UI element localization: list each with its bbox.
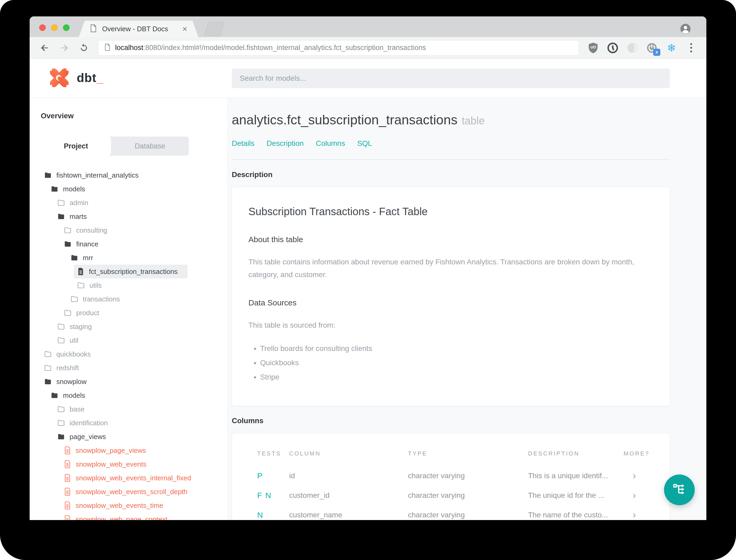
- tree-item-identification[interactable]: identification: [54, 416, 118, 430]
- search-bar: [232, 69, 670, 88]
- tree-item-snowplow_page_views[interactable]: snowplow_page_views: [61, 444, 156, 457]
- power-x-icon[interactable]: x: [646, 42, 658, 54]
- tree-item-util[interactable]: util: [54, 333, 88, 347]
- tab-database[interactable]: Database: [111, 137, 189, 156]
- tree-item-fct_subscription_transactions[interactable]: fct_subscription_transactions: [74, 265, 188, 278]
- lineage-graph-icon: [672, 482, 687, 497]
- opera-icon[interactable]: [626, 42, 638, 54]
- browser-profile-avatar[interactable]: [680, 23, 691, 34]
- anchor-link-columns[interactable]: Columns: [316, 139, 345, 148]
- tree-item-staging[interactable]: staging: [54, 320, 102, 333]
- url-bar[interactable]: localhost:8080/index.html#!/model/model.…: [98, 40, 579, 56]
- tree-item-redshift[interactable]: redshift: [41, 361, 89, 375]
- row-expand-chevron-icon[interactable]: ›: [624, 486, 645, 505]
- tree-item-label: consulting: [76, 226, 107, 234]
- zoom-window-button[interactable]: [63, 24, 70, 31]
- svg-text:uO: uO: [590, 45, 596, 49]
- power-x-badge: x: [653, 49, 660, 56]
- column-header-type: TYPE: [408, 450, 528, 466]
- window-controls: [39, 24, 70, 31]
- ublock-shield-icon[interactable]: uO: [587, 42, 599, 54]
- tree-item-snowplow_web_page_context[interactable]: snowplow_web_page_context: [61, 512, 178, 520]
- column-header-more: MORE?: [624, 450, 645, 466]
- row-expand-chevron-icon[interactable]: ›: [624, 466, 645, 486]
- tree-item-label: transactions: [83, 295, 120, 303]
- anchor-link-details[interactable]: Details: [232, 139, 255, 148]
- folder-open-icon: [57, 433, 65, 441]
- folder-closed-icon: [44, 364, 52, 372]
- tree-item-utils[interactable]: utils: [74, 278, 112, 292]
- back-icon[interactable]: [39, 42, 50, 53]
- onepassword-icon[interactable]: [607, 42, 618, 54]
- folder-open-icon: [64, 240, 72, 248]
- screenshot-frame: Overview - DBT Docs × loca: [0, 0, 736, 560]
- tab-project[interactable]: Project: [41, 137, 111, 156]
- tree-item-mrr[interactable]: mrr: [67, 251, 103, 265]
- divider: [232, 159, 670, 160]
- tree-item-label: snowplow_web_events_scroll_depth: [76, 488, 187, 496]
- anchor-link-description[interactable]: Description: [267, 139, 304, 148]
- forward-icon[interactable]: [59, 42, 70, 53]
- search-input[interactable]: [232, 69, 670, 88]
- tree-item-snowplow_web_events_time[interactable]: snowplow_web_events_time: [61, 499, 173, 512]
- tree-item-fishtown_internal_analytics[interactable]: fishtown_internal_analytics: [41, 168, 149, 182]
- cell-type: character varying: [408, 466, 528, 486]
- tree-item-label: snowplow_web_events: [76, 460, 146, 468]
- table-row-customer_name[interactable]: Ncustomer_namecharacter varyingThe name …: [257, 505, 645, 520]
- tree-item-snowplow_web_events_internal_fixed[interactable]: snowplow_web_events_internal_fixed: [61, 471, 201, 485]
- tree-item-transactions[interactable]: transactions: [67, 292, 130, 306]
- folder-open-icon: [51, 185, 58, 193]
- tab-close-icon[interactable]: ×: [182, 25, 187, 33]
- tree-item-marts[interactable]: marts: [54, 210, 97, 223]
- menu-kebab-icon[interactable]: [685, 42, 697, 54]
- dbt-wordmark: dbt_: [77, 71, 103, 85]
- tree-item-consulting[interactable]: consulting: [61, 223, 117, 237]
- column-header-description: DESCRIPTION: [528, 450, 624, 466]
- tree-item-models[interactable]: models: [47, 182, 95, 196]
- tree-item-snowplow_web_events_scroll_depth[interactable]: snowplow_web_events_scroll_depth: [61, 485, 197, 499]
- column-header-tests: TESTS: [257, 450, 289, 466]
- tab-strip: Overview - DBT Docs ×: [30, 16, 706, 37]
- tree-item-product[interactable]: product: [61, 306, 109, 320]
- cell-tests: P: [257, 466, 289, 486]
- new-tab-button[interactable]: [204, 22, 224, 36]
- about-heading: About this table: [249, 235, 653, 244]
- tree-item-admin[interactable]: admin: [54, 196, 98, 210]
- table-row-customer_id[interactable]: F Ncustomer_idcharacter varyingThe uniqu…: [257, 486, 645, 505]
- tree-item-label: utils: [89, 281, 102, 290]
- tree-item-snowplow[interactable]: snowplow: [41, 375, 97, 389]
- sources-intro: This table is sourced from:: [249, 319, 651, 332]
- table-row-id[interactable]: Pidcharacter varyingThis is a unique ide…: [257, 466, 645, 486]
- tree-item-models[interactable]: models: [47, 389, 95, 402]
- dbt-logo[interactable]: dbt_: [47, 66, 103, 90]
- view-lineage-button[interactable]: [664, 475, 695, 505]
- tree-item-base[interactable]: base: [54, 402, 94, 416]
- tree-item-label: product: [76, 309, 99, 317]
- browser-tab[interactable]: Overview - DBT Docs ×: [79, 21, 199, 37]
- columns-table-body: Pidcharacter varyingThis is a unique ide…: [257, 466, 645, 520]
- snowflake-icon[interactable]: ❄: [666, 42, 677, 54]
- cell-description: The unique id for the ...: [528, 486, 624, 505]
- browser-toolbar: localhost:8080/index.html#!/model/model.…: [30, 37, 706, 59]
- url-text: localhost:8080/index.html#!/model/model.…: [115, 44, 426, 52]
- anchor-link-sql[interactable]: SQL: [357, 139, 372, 148]
- columns-section-label: Columns: [232, 417, 670, 425]
- url-page-icon: [105, 44, 110, 52]
- url-host: localhost: [115, 44, 143, 52]
- minimize-window-button[interactable]: [51, 24, 58, 31]
- file-outline-icon: [64, 515, 71, 520]
- tree-item-finance[interactable]: finance: [61, 237, 109, 251]
- sources-heading: Data Sources: [249, 298, 653, 307]
- tree-item-label: snowplow: [56, 378, 87, 386]
- file-tree: fishtown_internal_analyticsmodelsadminma…: [41, 168, 227, 520]
- app-body: Overview Project Database fishtown_inter…: [30, 98, 706, 520]
- tree-item-quickbooks[interactable]: quickbooks: [41, 347, 101, 361]
- tree-item-page_views[interactable]: page_views: [54, 430, 116, 444]
- reload-icon[interactable]: [78, 42, 89, 53]
- columns-card: TESTSCOLUMNTYPEDESCRIPTIONMORE? Pidchara…: [232, 433, 670, 520]
- tree-item-snowplow_web_events[interactable]: snowplow_web_events: [61, 457, 156, 471]
- row-expand-chevron-icon[interactable]: ›: [624, 505, 645, 520]
- tree-item-label: models: [63, 391, 85, 400]
- file-solid-icon: [77, 268, 84, 276]
- close-window-button[interactable]: [39, 24, 46, 31]
